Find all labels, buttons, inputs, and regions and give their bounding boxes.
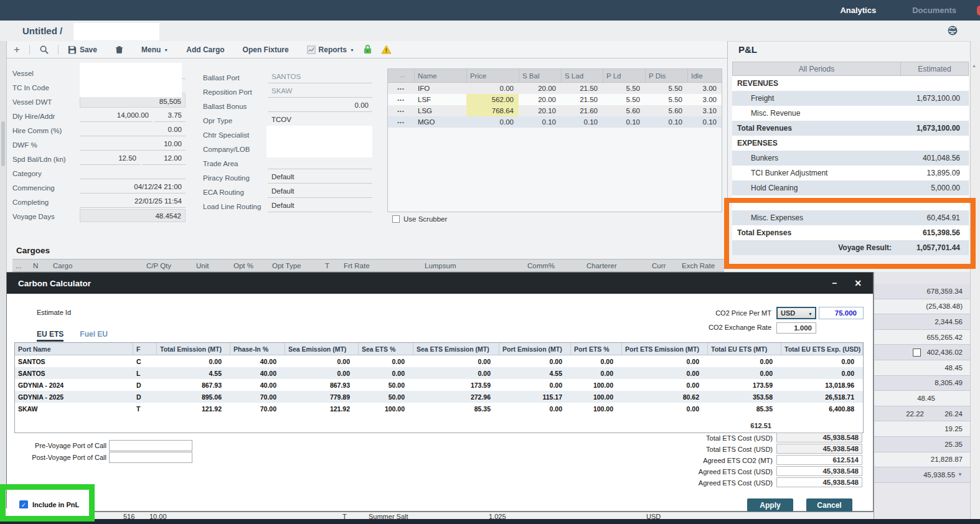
header-cell[interactable]: Sea ETS % [359,343,413,355]
ets-row-santos-l[interactable]: SANTOSL4.5540.000.000.000.004.550.000.00… [15,367,863,379]
header-cell[interactable]: Idle [687,69,722,82]
header-cell[interactable]: Opt % [230,262,269,269]
load-line-routing-input[interactable]: Default [268,199,372,212]
header-cell[interactable]: Comm% [524,262,583,269]
search-button[interactable] [39,45,49,54]
add-button[interactable]: + [14,45,20,54]
header-cell[interactable]: S Lad [561,69,603,82]
apply-button[interactable]: Apply [747,498,793,512]
ets-row-gdynia-2024[interactable]: GDYNIA - 2024D867.9340.00867.9350.00173.… [15,379,863,391]
pnl-side-row[interactable]: 25.35 [874,437,970,452]
pnl-row-freight[interactable]: Freight1,673,100.00 [732,91,969,106]
pnl-side-row[interactable]: 48.45 [874,360,970,376]
commencing-input[interactable]: 04/12/24 21:00 [80,180,186,194]
header-cell[interactable]: Unit [193,262,230,269]
header-cell[interactable]: Opt Type [269,262,322,269]
pnl-side-row[interactable]: 21,828.87 [874,452,970,468]
ets-row-gdynia-2025[interactable]: GDYNIA - 2025D895.0670.00779.8950.00272.… [15,391,863,403]
reposition-port-input[interactable]: SKAW [268,85,372,98]
header-cell[interactable]: C/P Qty [143,262,193,269]
header-cell[interactable]: Curr [649,262,679,269]
reports-button[interactable]: Reports▼ [307,45,354,54]
header-cell[interactable]: F [133,343,157,355]
fuel-row-lsf[interactable]: ••• LSF 562.00 20.00 21.50 5.50 5.50 3.0… [388,94,722,105]
header-cell[interactable]: S Bal [519,69,561,82]
header-cell[interactable]: P Ld [603,69,645,82]
fuel-row-mgo[interactable]: ••• MGO 0.00 0.10 0.10 0.10 0.10 0.10 [388,116,722,128]
header-cell[interactable]: Total EU ETS Exp. (USD) [781,343,863,355]
pnl-side-row-checkbox[interactable]: 402,436.02 [874,345,970,360]
hire-comm-input[interactable]: 0.00 [80,123,186,136]
globe-icon[interactable] [948,26,958,37]
minimize-icon[interactable]: − [832,278,837,288]
pnl-side-row[interactable]: 2,344.56 [874,314,970,330]
header-cell[interactable]: Port ETS Emission (MT) [622,343,708,355]
speed-laden-input[interactable]: 12.00 [142,152,186,165]
pnl-row-tci-bunker-adjustment[interactable]: TCI Bunker Adjustment13,895.09 [732,166,969,180]
dwf-input[interactable]: 10.00 [80,138,186,151]
co2-price-input[interactable]: 75.000 [819,307,864,319]
close-icon[interactable]: ✕ [854,278,862,288]
header-cell[interactable]: Phase-In % [230,343,285,355]
agreed-ets-cost-input[interactable]: 45,938.548 [776,477,862,487]
agreed-ets-cost-input[interactable]: 45,938.548 [776,466,862,476]
pnl-col-all-periods[interactable]: All Periods [733,62,901,75]
fuel-row-lsg[interactable]: ••• LSG 768.64 20.10 21.60 5.60 5.60 3.1… [388,105,722,116]
pnl-side-row[interactable]: 678,359.34 [874,284,970,299]
ballast-bonus-input[interactable]: 0.00 [268,99,372,112]
header-cell[interactable]: Cargo [50,262,143,269]
piracy-routing-input[interactable]: Default [268,171,372,184]
ballast-port-input[interactable]: SANTOS [268,70,372,83]
tab-eu-ets[interactable]: EU ETS [37,330,64,342]
pnl-row-total-revenues[interactable]: Total Revenues1,673,100.00 [732,121,969,136]
delete-button[interactable] [115,45,123,54]
pnl-row-bunkers[interactable]: Bunkers401,048.56 [732,151,969,166]
agreed-ets-co2-input[interactable]: 612.514 [776,455,862,465]
header-cell[interactable]: Sea Emission (MT) [285,343,359,355]
pnl-col-estimated[interactable]: Estimated [901,62,968,75]
header-cell[interactable]: Port Name [15,343,133,355]
dly-hire-input[interactable]: 14,000.00 [80,109,153,122]
fuel-row-ifo[interactable]: ••• IFO 0.00 20.00 21.50 5.50 5.50 3.00 [388,83,722,94]
pnl-side-row[interactable]: 655,265.42 [874,330,970,345]
header-cell[interactable]: Lumpsum [422,262,524,269]
pnl-side-row[interactable]: (25,438.48) [874,299,970,315]
save-button[interactable]: Save [68,45,97,54]
checkbox-icon[interactable] [913,349,921,357]
checkbox-icon[interactable] [392,215,400,223]
header-cell[interactable]: P Dis [645,69,687,82]
header-cell[interactable]: Frt Rate [341,262,422,269]
menu-button[interactable]: Menu▼ [141,45,168,54]
left-scrollbar-thumb[interactable] [1,121,5,166]
add-cargo-button[interactable]: Add Cargo [186,45,224,54]
post-voyage-input[interactable] [109,452,192,463]
pnl-side-row-double[interactable]: 22.2226.24 [874,406,970,422]
eca-routing-input[interactable]: Default [268,185,372,198]
addr-comm-input[interactable]: 3.75 [154,109,186,122]
header-cell[interactable]: Price [466,69,519,82]
tab-documents[interactable]: Documents [912,6,956,15]
header-cell[interactable]: Total EU ETS (MT) [708,343,781,355]
tab-analytics[interactable]: Analytics [840,6,876,15]
warning-icon[interactable] [381,45,392,54]
opr-type-input[interactable]: TCOV [268,113,372,126]
header-cell[interactable]: N [30,262,50,269]
pnl-row-hold-cleaning[interactable]: Hold Cleaning5,000.00 [732,180,969,195]
header-cell[interactable]: Total Emission (MT) [157,343,230,355]
scroll-up-icon[interactable]: ▲ [972,63,976,68]
dialog-header[interactable]: Carbon Calculator − ✕ [7,273,873,294]
tab-fuel-eu[interactable]: Fuel EU [80,330,108,342]
header-cell[interactable]: Sea ETS Emission (MT) [413,343,499,355]
pnl-side-row[interactable]: 8,305.49 [874,376,970,391]
open-fixture-button[interactable]: Open Fixture [243,45,289,54]
cancel-button[interactable]: Cancel [806,498,852,512]
pnl-side-row[interactable]: 19.25 [874,421,970,437]
header-cell[interactable]: Exch Rate [679,262,724,269]
trade-area-input[interactable] [268,156,372,169]
speed-ballast-input[interactable]: 12.50 [80,152,140,165]
header-cell[interactable]: Charterer [583,262,649,269]
header-cell[interactable]: Name [414,69,466,82]
ets-row-santos-c[interactable]: SANTOSC0.0040.000.000.000.000.000.000.00… [15,355,863,367]
header-cell[interactable]: Port ETS % [571,343,622,355]
header-cell[interactable]: T [322,262,341,269]
